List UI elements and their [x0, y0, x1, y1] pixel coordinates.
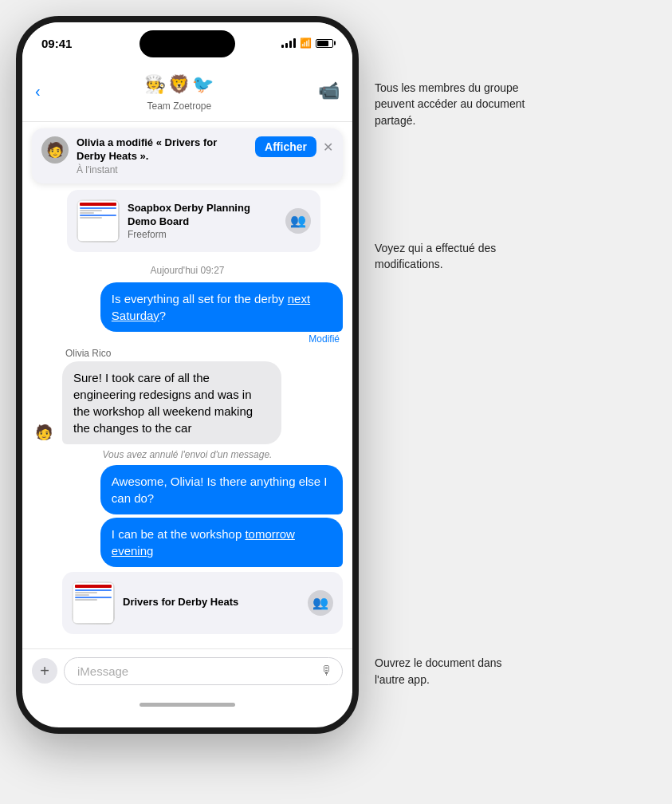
- doc-share-icon-1[interactable]: 👥: [285, 208, 311, 234]
- notif-content: Olivia a modifié « Drivers for Derby Hea…: [77, 136, 247, 175]
- message-row-outgoing-2: Awesome, Olivia! Is there anything else …: [32, 465, 343, 514]
- notif-close-button[interactable]: ✕: [323, 140, 333, 155]
- mic-icon[interactable]: 🎙: [320, 664, 333, 678]
- notif-avatar: 🧑: [41, 136, 69, 164]
- phone-frame: 09:41 📶 ‹ 🧑‍🍳: [16, 16, 359, 734]
- modified-label: Modifié: [308, 333, 340, 345]
- wifi-icon: 📶: [300, 37, 312, 49]
- callouts-area: Tous les membres du groupe peuvent accéd…: [359, 16, 656, 696]
- status-time: 09:41: [41, 37, 72, 50]
- back-button[interactable]: ‹: [35, 82, 41, 100]
- timestamp-label-1: Aujourd'hui 09:27: [32, 265, 343, 276]
- bubble-outgoing-3: I can be at the workshop tomorrow evenin…: [100, 518, 343, 567]
- link-tomorrow-evening: tomorrow evening: [112, 527, 295, 558]
- message-row-incoming-1: 🧑 Olivia Rico Sure! I took care of all t…: [32, 348, 343, 444]
- doc-title-2: Drivers for Derby Heats: [123, 596, 300, 609]
- bubble-outgoing-2: Awesome, Olivia! Is there anything else …: [100, 465, 343, 514]
- home-indicator: [140, 703, 235, 707]
- shared-doc-card-1[interactable]: Soapbox Derby Planning Demo Board Freefo…: [67, 190, 320, 252]
- signal-bar-2: [285, 43, 288, 48]
- message-input[interactable]: iMessage: [64, 657, 343, 685]
- battery-fill: [317, 41, 328, 46]
- callout-text-3: Ouvrez le document dans l'autre app.: [375, 655, 534, 688]
- nav-center: 🧑‍🍳 🦁 🐦 Team Zoetrope: [41, 70, 318, 112]
- callout-text-2: Voyez qui a effectué des modifications.: [375, 240, 534, 273]
- doc-thumbnail-1: [77, 199, 120, 242]
- doc-info-1: Soapbox Derby Planning Demo Board Freefo…: [128, 202, 277, 240]
- doc-title-1: Soapbox Derby Planning Demo Board: [128, 202, 277, 229]
- status-icons: 📶: [281, 37, 333, 49]
- doc-share-icon-2[interactable]: 👥: [308, 590, 333, 616]
- callout-block-1: Tous les membres du groupe peuvent accéd…: [375, 72, 656, 136]
- notif-time: À l'instant: [77, 164, 247, 175]
- group-name[interactable]: Team Zoetrope: [147, 100, 211, 112]
- notif-view-button[interactable]: Afficher: [255, 136, 316, 157]
- signal-bars-icon: [281, 38, 296, 48]
- status-bar: 09:41 📶: [22, 22, 352, 64]
- bubble-incoming-1: Sure! I took care of all the engineering…: [62, 361, 281, 444]
- shared-doc-card-2-wrapper: Drivers for Derby Heats 👥: [62, 572, 343, 634]
- doc-app-1: Freeform: [128, 229, 277, 240]
- signal-bar-4: [293, 38, 296, 48]
- group-avatars: 🧑‍🍳 🦁 🐦: [141, 70, 218, 99]
- message-row-outgoing-3: I can be at the workshop tomorrow evenin…: [32, 518, 343, 567]
- callout-block-3: Ouvrez le document dans l'autre app.: [375, 647, 656, 696]
- input-wrapper: iMessage 🎙: [64, 657, 343, 685]
- notification-banner[interactable]: 🧑 Olivia a modifié « Drivers for Derby H…: [32, 128, 343, 183]
- outer-wrapper: 09:41 📶 ‹ 🧑‍🍳: [16, 16, 656, 734]
- callout-text-1: Tous les membres du groupe peuvent accéd…: [375, 80, 534, 128]
- signal-bar-3: [289, 41, 292, 48]
- input-bar: + iMessage 🎙: [22, 648, 352, 693]
- doc-info-2: Drivers for Derby Heats: [123, 596, 300, 609]
- bubble-outgoing-1: Is everything all set for the derby next…: [100, 282, 343, 332]
- notif-actions: Afficher ✕: [255, 136, 333, 157]
- battery-icon: [316, 39, 333, 48]
- input-placeholder: iMessage: [77, 664, 128, 678]
- notif-title: Olivia a modifié « Drivers for Derby Hea…: [77, 136, 247, 164]
- olivia-avatar: 🧑: [32, 420, 56, 444]
- doc-thumbnail-2: [72, 581, 115, 625]
- signal-bar-1: [281, 45, 284, 48]
- cancelled-label: Vous avez annulé l'envoi d'un message.: [32, 449, 343, 460]
- message-row-outgoing-1: Is everything all set for the derby next…: [32, 282, 343, 345]
- nav-bar: ‹ 🧑‍🍳 🦁 🐦 Team Zoetrope 📹: [22, 64, 352, 122]
- add-attachment-button[interactable]: +: [32, 658, 57, 684]
- shared-doc-card-2[interactable]: Drivers for Derby Heats 👥: [62, 572, 343, 634]
- callout-block-2: Voyez qui a effectué des modifications.: [375, 232, 656, 281]
- dynamic-island: [140, 30, 235, 57]
- nav-left: ‹: [35, 82, 41, 100]
- chat-area: Aujourd'hui 09:27 Is everything all set …: [22, 255, 352, 642]
- olivia-sender-name: Olivia Rico: [65, 348, 111, 359]
- link-next-saturday: next Saturday: [112, 292, 310, 322]
- video-call-button[interactable]: 📹: [318, 81, 340, 101]
- avatar-3: 🐦: [189, 70, 218, 99]
